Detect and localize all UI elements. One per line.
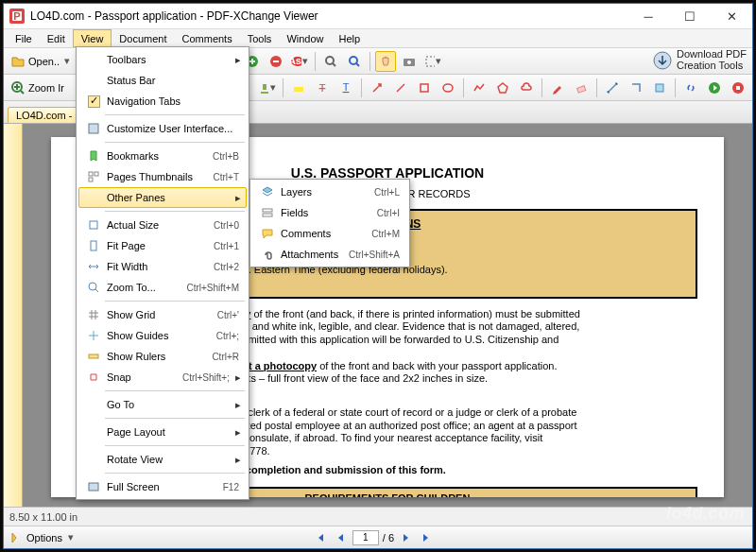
menu-navigation-tabs[interactable]: Navigation Tabs — [78, 91, 247, 112]
rect-tool-icon[interactable] — [414, 78, 435, 98]
next-page-button[interactable] — [398, 529, 415, 546]
first-page-button[interactable] — [311, 529, 328, 546]
svg-rect-22 — [294, 87, 303, 92]
page-number-input[interactable] — [352, 530, 379, 545]
download-pdf-tools[interactable]: Download PDF Creation Tools — [652, 49, 747, 71]
menu-comments[interactable]: Comments — [175, 29, 240, 47]
svg-rect-28 — [656, 84, 663, 92]
line-tool-icon[interactable] — [390, 78, 411, 98]
menu-toolbars[interactable]: Toolbars▸ — [78, 49, 247, 70]
svg-point-15 — [350, 57, 357, 64]
snapshot-icon[interactable] — [399, 51, 420, 72]
play-icon[interactable] — [704, 78, 725, 98]
svg-rect-39 — [89, 354, 98, 358]
text-underline-icon[interactable]: T — [335, 78, 356, 98]
menu-show-guides[interactable]: Show GuidesCtrl+; — [78, 325, 247, 346]
menu-full-screen[interactable]: Full ScreenF12 — [78, 476, 247, 497]
find-icon[interactable] — [320, 51, 341, 72]
menu-window[interactable]: Window — [279, 29, 331, 47]
measure-perim-icon[interactable] — [626, 78, 646, 98]
menu-tools[interactable]: Tools — [240, 29, 280, 47]
svg-rect-34 — [94, 172, 98, 176]
svg-rect-33 — [89, 172, 93, 176]
polyline-tool-icon[interactable] — [469, 78, 490, 98]
menu-show-grid[interactable]: Show GridCtrl+' — [78, 304, 247, 325]
stamp-tool-icon[interactable]: ▾ — [257, 78, 278, 98]
page-navigator: / 6 — [311, 529, 436, 546]
menu-statusbar[interactable]: Status Bar — [78, 70, 247, 91]
select-tool-icon[interactable]: ▾ — [422, 51, 443, 72]
menu-go-to[interactable]: Go To▸ — [78, 394, 247, 415]
svg-text:Ask: Ask — [290, 55, 301, 66]
menu-file[interactable]: File — [8, 29, 40, 47]
menu-thumbnails[interactable]: Pages ThumbnailsCtrl+T — [78, 166, 247, 187]
svg-rect-32 — [89, 124, 98, 133]
submenu-layers[interactable]: LayersCtrl+L — [252, 181, 407, 202]
menu-bookmarks[interactable]: BookmarksCtrl+B — [78, 146, 247, 166]
menu-help[interactable]: Help — [332, 29, 369, 47]
svg-rect-41 — [263, 209, 272, 212]
text-yellow-icon[interactable] — [288, 78, 309, 98]
options-button[interactable]: Options▾ — [9, 531, 76, 544]
menu-zoom-to[interactable]: Zoom To...Ctrl+Shift+M — [78, 277, 247, 298]
submenu-attachments[interactable]: AttachmentsCtrl+Shift+A — [252, 244, 407, 265]
status-bar: 8.50 x 11.00 in — [4, 507, 752, 526]
svg-rect-25 — [421, 84, 428, 92]
svg-text:T: T — [343, 81, 350, 93]
measure-dist-icon[interactable] — [602, 78, 623, 98]
ask-icon[interactable]: Ask▾ — [289, 51, 310, 72]
menu-fit-width[interactable]: Fit WidthCtrl+2 — [78, 256, 247, 277]
menu-snap[interactable]: SnapCtrl+Shift+;▸ — [78, 367, 247, 388]
oval-tool-icon[interactable] — [438, 78, 458, 98]
titlebar: P LO4D.com - Passport application - PDF-… — [4, 4, 752, 29]
svg-rect-18 — [426, 57, 435, 66]
link-tool-icon[interactable] — [680, 78, 701, 98]
menu-view[interactable]: View — [73, 29, 112, 47]
minimize-button[interactable]: ─ — [627, 4, 669, 29]
zoomin-button[interactable]: Zoom Ir — [8, 80, 67, 95]
other-panes-submenu: LayersCtrl+L FieldsCtrl+I CommentsCtrl+M… — [249, 179, 410, 267]
menu-page-layout[interactable]: Page Layout▸ — [78, 422, 247, 442]
svg-point-17 — [407, 60, 411, 64]
window-title: LO4D.com - Passport application - PDF-XC… — [30, 9, 627, 23]
left-pane-handle[interactable] — [4, 124, 23, 507]
menu-edit[interactable]: Edit — [40, 29, 73, 47]
svg-rect-36 — [90, 221, 97, 229]
view-menu-dropdown: Toolbars▸ Status Bar Navigation Tabs Cus… — [76, 46, 249, 500]
measure-area-icon[interactable] — [649, 78, 670, 98]
submenu-comments[interactable]: CommentsCtrl+M — [252, 223, 407, 244]
stop-red-icon[interactable] — [728, 78, 748, 98]
svg-rect-40 — [89, 483, 98, 491]
search-icon[interactable] — [344, 51, 365, 72]
svg-text:T: T — [319, 82, 326, 94]
svg-rect-37 — [91, 241, 96, 250]
menu-other-panes[interactable]: Other Panes▸ — [78, 187, 247, 208]
menu-fit-page[interactable]: Fit PageCtrl+1 — [78, 235, 247, 256]
svg-rect-31 — [736, 86, 740, 90]
svg-rect-27 — [577, 85, 586, 92]
maximize-button[interactable]: ☐ — [669, 4, 711, 29]
svg-point-38 — [89, 283, 96, 290]
cloud-tool-icon[interactable] — [516, 78, 537, 98]
app-icon: P — [9, 9, 25, 24]
menu-actual-size[interactable]: Actual SizeCtrl+0 — [78, 215, 247, 235]
eraser-tool-icon[interactable] — [571, 78, 592, 98]
menu-customize-ui[interactable]: Customize User Interface... — [78, 118, 247, 139]
text-strike-icon[interactable]: T — [312, 78, 333, 98]
comment-remove-icon[interactable] — [266, 51, 286, 72]
svg-rect-35 — [89, 178, 93, 181]
menu-document[interactable]: Document — [112, 29, 174, 47]
submenu-fields[interactable]: FieldsCtrl+I — [252, 202, 407, 223]
open-button[interactable]: Open..▾ — [8, 54, 75, 69]
svg-point-26 — [443, 84, 453, 92]
menu-rotate-view[interactable]: Rotate View▸ — [78, 449, 247, 470]
last-page-button[interactable] — [419, 529, 436, 546]
menu-show-rulers[interactable]: Show RulersCtrl+R — [78, 346, 247, 367]
close-button[interactable]: ✕ — [711, 4, 752, 29]
pencil-tool-icon[interactable] — [547, 78, 568, 98]
polygon-tool-icon[interactable] — [492, 78, 513, 98]
hand-tool-icon[interactable] — [375, 51, 396, 72]
prev-page-button[interactable] — [332, 529, 349, 546]
arrow-tool-icon[interactable] — [367, 78, 387, 98]
page-count: / 6 — [383, 532, 394, 543]
